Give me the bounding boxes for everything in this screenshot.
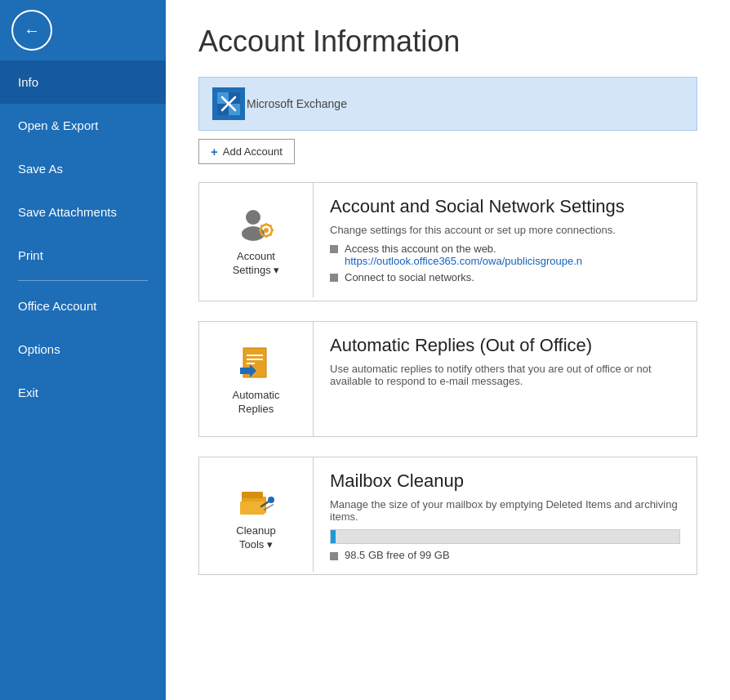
sidebar-item-info-label: Info <box>18 75 38 89</box>
mailbox-cleanup-title: Mailbox Cleanup <box>330 470 680 492</box>
sidebar-item-print[interactable]: Print <box>0 234 166 277</box>
exchange-icon <box>211 86 247 122</box>
sidebar-divider <box>18 280 148 281</box>
svg-line-10 <box>270 234 272 236</box>
account-settings-title: Account and Social Network Settings <box>330 196 680 217</box>
add-account-button[interactable]: + Add Account <box>198 139 295 164</box>
sidebar: ← Info Open & Export Save As Save Attach… <box>0 0 166 700</box>
sidebar-item-save-as[interactable]: Save As <box>0 147 166 190</box>
storage-text: 98.5 GB free of 99 GB <box>345 549 450 561</box>
cleanup-tools-icon <box>235 477 278 519</box>
bullet-icon-1 <box>330 245 338 253</box>
account-settings-section: AccountSettings ▾ Account and Social Net… <box>198 182 697 301</box>
svg-rect-20 <box>240 502 265 515</box>
cleanup-tools-button[interactable]: CleanupTools ▾ <box>199 457 314 572</box>
cleanup-tools-label: CleanupTools ▾ <box>236 524 275 552</box>
sidebar-item-open-export-label: Open & Export <box>18 118 98 132</box>
automatic-replies-title: Automatic Replies (Out of Office) <box>330 335 680 356</box>
sidebar-item-open-export[interactable]: Open & Export <box>0 104 166 147</box>
storage-progress-fill <box>331 530 336 543</box>
add-account-plus-icon: + <box>211 145 218 158</box>
automatic-replies-icon <box>235 341 278 384</box>
svg-point-1 <box>246 210 260 225</box>
svg-point-4 <box>264 228 269 233</box>
automatic-replies-section: AutomaticReplies Automatic Replies (Out … <box>198 321 697 437</box>
storage-bullet-icon <box>330 552 338 560</box>
bullet-icon-2 <box>330 274 338 282</box>
bullet-social-networks: Connect to social networks. <box>330 271 680 283</box>
bullet-text-1: Access this account on the web. https://… <box>345 243 582 267</box>
add-account-label: Add Account <box>223 145 283 158</box>
automatic-replies-label: AutomaticReplies <box>233 389 280 417</box>
mailbox-cleanup-content: Mailbox Cleanup Manage the size of your … <box>314 457 697 574</box>
account-row[interactable]: Microsoft Exchange <box>198 77 697 131</box>
bullet-web-access: Access this account on the web. https://… <box>330 243 680 267</box>
sidebar-item-print-label: Print <box>18 248 43 262</box>
sidebar-item-options-label: Options <box>18 342 60 356</box>
page-title: Account Information <box>198 25 697 59</box>
svg-line-12 <box>260 234 262 236</box>
back-icon: ← <box>24 21 40 40</box>
account-settings-button[interactable]: AccountSettings ▾ <box>199 183 314 297</box>
account-settings-content: Account and Social Network Settings Chan… <box>314 183 697 301</box>
owa-link[interactable]: https://outlook.office365.com/owa/public… <box>345 255 582 267</box>
main-content: Account Information Microsoft Exchange +… <box>166 0 730 700</box>
sidebar-item-exit[interactable]: Exit <box>0 371 166 414</box>
automatic-replies-content: Automatic Replies (Out of Office) Use au… <box>314 322 697 407</box>
automatic-replies-desc: Use automatic replies to notify others t… <box>330 363 680 387</box>
sidebar-item-office-account-label: Office Account <box>18 299 96 313</box>
sidebar-item-save-attachments[interactable]: Save Attachments <box>0 190 166 234</box>
sidebar-item-office-account[interactable]: Office Account <box>0 284 166 328</box>
svg-point-23 <box>268 497 274 503</box>
account-settings-icon <box>235 203 278 245</box>
sidebar-item-save-as-label: Save As <box>18 162 63 176</box>
sidebar-item-save-attachments-label: Save Attachments <box>18 205 117 219</box>
bullet-text-2: Connect to social networks. <box>345 271 474 283</box>
sidebar-item-options[interactable]: Options <box>0 328 166 371</box>
account-settings-bullets: Access this account on the web. https://… <box>330 243 680 283</box>
back-button[interactable]: ← <box>11 10 52 51</box>
sidebar-item-info[interactable]: Info <box>0 60 166 104</box>
sidebar-item-exit-label: Exit <box>18 386 38 399</box>
svg-line-11 <box>270 225 272 227</box>
mailbox-cleanup-desc: Manage the size of your mailbox by empty… <box>330 498 680 523</box>
account-settings-desc: Change settings for this account or set … <box>330 224 680 236</box>
svg-rect-19 <box>242 492 263 498</box>
storage-progress-bar <box>330 529 680 544</box>
automatic-replies-button[interactable]: AutomaticReplies <box>199 322 314 436</box>
svg-line-9 <box>260 225 262 227</box>
mailbox-cleanup-section: CleanupTools ▾ Mailbox Cleanup Manage th… <box>198 457 697 575</box>
account-settings-label: AccountSettings ▾ <box>233 250 280 278</box>
storage-label: 98.5 GB free of 99 GB <box>330 549 680 561</box>
account-name: Microsoft Exchange <box>247 97 347 110</box>
